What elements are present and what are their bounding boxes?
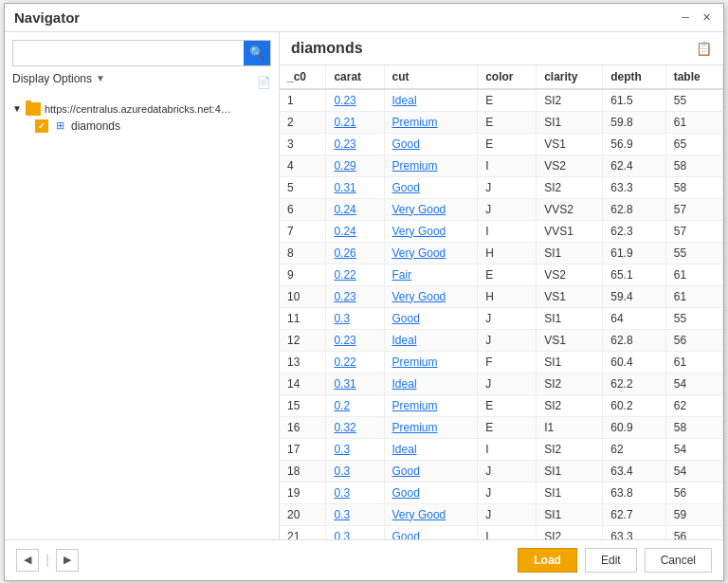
table-cell: 60.9	[603, 416, 665, 438]
table-cell[interactable]: Premium	[384, 416, 478, 438]
table-cell[interactable]: Premium	[384, 394, 478, 416]
table-cell: J	[478, 176, 537, 198]
table-cell: E	[478, 264, 537, 285]
table-cell: E	[478, 111, 537, 133]
table-cell: 7	[280, 220, 326, 242]
table-cell[interactable]: Very Good	[384, 242, 478, 264]
table-cell[interactable]: 0.23	[326, 133, 384, 155]
edit-button[interactable]: Edit	[585, 548, 637, 573]
table-cell: 60.2	[603, 394, 665, 416]
table-cell[interactable]: Good	[384, 307, 478, 329]
table-cell[interactable]: Ideal	[384, 89, 478, 112]
table-cell[interactable]: Ideal	[384, 329, 478, 351]
table-row: 50.31GoodJSI263.358	[280, 176, 723, 198]
search-icon[interactable]: 🔍	[244, 41, 270, 65]
table-cell[interactable]: Premium	[384, 155, 478, 176]
display-options-label: Display Options	[12, 72, 92, 85]
horizontal-scrollbar[interactable]	[46, 554, 48, 567]
tree-expand-arrow[interactable]: ▼	[12, 103, 22, 114]
cancel-button[interactable]: Cancel	[645, 548, 712, 573]
table-cell: 10	[280, 285, 326, 307]
table-cell[interactable]: Good	[384, 176, 478, 198]
table-cell: SI2	[537, 438, 603, 460]
table-cell: SI2	[537, 394, 603, 416]
search-input[interactable]	[13, 43, 244, 64]
table-cell[interactable]: 0.24	[326, 220, 384, 242]
table-cell: VVS2	[537, 198, 603, 220]
table-cell: 61.5	[603, 89, 665, 112]
col-header-clarity: clarity	[537, 65, 603, 89]
nav-export-icon[interactable]: 📄	[257, 76, 271, 89]
table-cell: SI1	[537, 351, 603, 373]
data-table: _c0caratcutcolorclaritydepthtable 10.23I…	[280, 65, 723, 539]
table-cell[interactable]: 0.3	[326, 525, 384, 539]
table-cell[interactable]: Premium	[384, 351, 478, 373]
scroll-right-button[interactable]: ▶	[56, 549, 79, 572]
table-cell: 62.3	[603, 220, 665, 242]
table-cell[interactable]: 0.31	[326, 373, 384, 394]
table-cell[interactable]: Ideal	[384, 373, 478, 394]
table-cell[interactable]: Premium	[384, 111, 478, 133]
table-cell: I	[478, 220, 537, 242]
table-cell[interactable]: 0.21	[326, 111, 384, 133]
table-cell[interactable]: 0.3	[326, 482, 384, 503]
table-cell[interactable]: Good	[384, 525, 478, 539]
table-cell[interactable]: 0.3	[326, 460, 384, 482]
table-cell: H	[478, 285, 537, 307]
table-cell: 65	[665, 133, 722, 155]
table-cell: 3	[280, 133, 326, 155]
close-button[interactable]: ✕	[699, 9, 714, 25]
connection-label: https://centralus.azuredatabricks.net:44…	[45, 103, 234, 115]
table-cell[interactable]: 0.22	[326, 264, 384, 285]
data-table-wrapper[interactable]: _c0caratcutcolorclaritydepthtable 10.23I…	[280, 64, 723, 539]
table-cell[interactable]: 0.3	[326, 503, 384, 525]
table-row: 10.23IdealESI261.555	[280, 89, 723, 112]
table-cell[interactable]: 0.22	[326, 351, 384, 373]
check-icon: ✓	[35, 119, 48, 133]
main-content: 🔍 Display Options ▼ 📄 ▼ https://centralu…	[5, 32, 723, 539]
table-cell[interactable]: 0.29	[326, 155, 384, 176]
table-cell: 57	[665, 198, 722, 220]
table-cell: 13	[280, 351, 326, 373]
table-cell: 6	[280, 198, 326, 220]
table-cell: J	[478, 307, 537, 329]
table-row: 40.29PremiumIVS262.458	[280, 155, 723, 176]
tree-item-diamonds[interactable]: ✓ ⊞ diamonds	[12, 118, 271, 135]
table-cell: 56	[665, 329, 722, 351]
table-cell[interactable]: 0.23	[326, 89, 384, 112]
table-cell[interactable]: Very Good	[384, 503, 478, 525]
table-cell: J	[478, 460, 537, 482]
table-cell[interactable]: 0.32	[326, 416, 384, 438]
display-options-button[interactable]: Display Options ▼	[12, 72, 105, 85]
table-cell[interactable]: Good	[384, 133, 478, 155]
table-cell[interactable]: Good	[384, 482, 478, 503]
table-row: 170.3IdealISI26254	[280, 438, 723, 460]
table-cell[interactable]: 0.3	[326, 307, 384, 329]
table-cell[interactable]: Very Good	[384, 220, 478, 242]
table-cell: I1	[537, 416, 603, 438]
table-cell[interactable]: Fair	[384, 264, 478, 285]
tree-connection-node[interactable]: ▼ https://centralus.azuredatabricks.net:…	[12, 100, 271, 118]
table-cell: 61	[665, 351, 722, 373]
table-cell[interactable]: Very Good	[384, 198, 478, 220]
export-icon[interactable]: 📋	[696, 41, 712, 56]
load-button[interactable]: Load	[518, 548, 577, 573]
scroll-left-button[interactable]: ◀	[16, 549, 39, 572]
table-cell: 61	[665, 264, 722, 285]
table-cell[interactable]: 0.31	[326, 176, 384, 198]
table-cell[interactable]: Very Good	[384, 285, 478, 307]
table-cell: 63.3	[603, 525, 665, 539]
table-cell[interactable]: 0.23	[326, 285, 384, 307]
table-cell[interactable]: 0.3	[326, 438, 384, 460]
footer-scroll: ◀ ▶	[16, 549, 79, 572]
table-cell: 61	[665, 111, 722, 133]
table-cell[interactable]: 0.2	[326, 394, 384, 416]
table-cell[interactable]: Good	[384, 460, 478, 482]
table-cell: SI1	[537, 307, 603, 329]
table-cell[interactable]: 0.23	[326, 329, 384, 351]
minimize-button[interactable]: ─	[678, 9, 693, 25]
table-cell[interactable]: Ideal	[384, 438, 478, 460]
folder-icon	[26, 102, 41, 116]
table-cell[interactable]: 0.24	[326, 198, 384, 220]
table-cell[interactable]: 0.26	[326, 242, 384, 264]
